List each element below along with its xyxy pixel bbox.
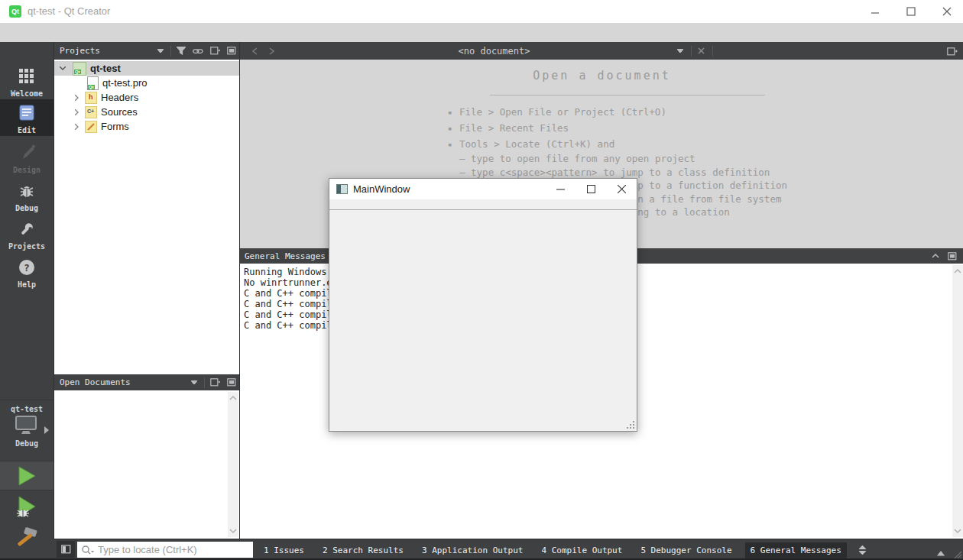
tab-search-results[interactable]: 2 Search Results: [317, 542, 409, 558]
open-documents-panel-header: Open Documents: [54, 374, 240, 390]
maximize-button[interactable]: [893, 0, 929, 23]
tree-row-headers[interactable]: h Headers: [54, 90, 240, 105]
pro-file-icon: Qt: [87, 76, 99, 90]
sidebar-item-design: Design: [0, 139, 54, 176]
mode-sidebar: Welcome Edit Design: [0, 42, 54, 560]
close-panel-icon[interactable]: [223, 42, 240, 60]
hammer-icon: [14, 527, 40, 555]
chevron-down-icon[interactable]: [59, 66, 66, 70]
document-selector[interactable]: <no document>: [309, 42, 679, 60]
edit-document-icon: [18, 104, 36, 122]
kit-selector[interactable]: qt-test Debug: [0, 400, 54, 461]
forward-icon[interactable]: [263, 42, 280, 60]
close-panel-icon[interactable]: [223, 374, 240, 390]
project-folder-icon: Qt: [73, 62, 86, 76]
dialog-titlebar[interactable]: MainWindow: [329, 179, 637, 199]
maximize-pane-icon[interactable]: [927, 248, 944, 264]
panel-chooser-caret-icon[interactable]: [186, 374, 203, 390]
scroll-down-icon[interactable]: [952, 528, 963, 534]
dialog-menubar: [329, 199, 637, 210]
tree-label: Sources: [101, 106, 138, 118]
sidebar-item-help[interactable]: ? Help: [0, 254, 54, 290]
chevron-right-icon[interactable]: [73, 124, 80, 130]
maximize-icon: [587, 185, 595, 193]
sidebar-item-projects[interactable]: Projects: [0, 215, 54, 252]
back-icon[interactable]: [246, 42, 263, 60]
tree-label: qt-test.pro: [102, 77, 148, 89]
sidebar-item-debug[interactable]: Debug: [0, 177, 54, 214]
tree-label: Forms: [101, 121, 129, 132]
tree-label: qt-test: [90, 63, 121, 74]
scrollbar[interactable]: [952, 265, 963, 537]
toggle-sidebar-button[interactable]: [57, 541, 75, 558]
divider: [170, 46, 171, 57]
minimize-icon: [556, 185, 565, 193]
qt-logo-icon: Qt: [9, 5, 21, 18]
projects-panel-header: Projects: [54, 42, 240, 60]
scroll-down-icon[interactable]: [228, 528, 238, 534]
projects-panel-title[interactable]: Projects: [54, 46, 100, 56]
wrench-icon: [18, 220, 36, 238]
pane-updown-icon[interactable]: [854, 539, 871, 560]
app-window-icon: [336, 184, 348, 194]
sidebar-item-edit[interactable]: Edit: [0, 99, 54, 136]
run-button[interactable]: [0, 461, 54, 490]
build-button[interactable]: [0, 523, 54, 558]
divider: [490, 95, 765, 95]
split-panel-icon[interactable]: [206, 374, 223, 390]
search-icon: [81, 545, 95, 555]
tab-compile-output[interactable]: 4 Compile Output: [536, 542, 627, 558]
filter-icon[interactable]: [173, 42, 190, 60]
help-circle-icon: ?: [18, 258, 36, 277]
sync-with-editor-icon[interactable]: [190, 42, 206, 60]
tree-row-sources[interactable]: C+ Sources: [54, 105, 240, 119]
tree-row-pro-file[interactable]: Qt qt-test.pro: [54, 76, 240, 90]
tab-issues[interactable]: 1 Issues: [258, 542, 310, 558]
sidebar-item-welcome[interactable]: Welcome: [0, 63, 54, 99]
headers-folder-icon: h: [85, 92, 97, 104]
tree-label: Headers: [101, 92, 138, 103]
chevron-right-icon[interactable]: [73, 95, 80, 101]
bug-icon: [18, 182, 36, 200]
close-pane-icon[interactable]: [944, 248, 961, 264]
kit-project-name: qt-test: [0, 405, 54, 413]
window-title: qt-test - Qt Creator: [28, 0, 110, 23]
run-play-icon: [17, 465, 37, 487]
sidebar-toggle-icon: [61, 545, 71, 554]
locator[interactable]: [77, 542, 253, 558]
dialog-minimize-button[interactable]: [545, 179, 576, 199]
left-panel: Projects Qt qt-test: [54, 42, 240, 539]
scroll-up-icon[interactable]: [228, 395, 238, 401]
pencil-icon: [18, 144, 36, 162]
expand-pane-icon[interactable]: [932, 542, 949, 560]
tab-general-messages[interactable]: 6 General Messages: [745, 542, 847, 558]
sources-folder-icon: C+: [85, 106, 97, 118]
output-pane-tabs: 1 Issues 2 Search Results 3 Application …: [258, 539, 871, 560]
dialog-close-button[interactable]: [606, 179, 637, 199]
svg-text:?: ?: [24, 262, 30, 274]
statusbar: 1 Issues 2 Search Results 3 Application …: [54, 539, 963, 560]
open-documents-title[interactable]: Open Documents: [54, 377, 131, 387]
scroll-up-icon[interactable]: [952, 268, 963, 274]
tree-row-project[interactable]: Qt qt-test: [54, 61, 240, 76]
dialog-title: MainWindow: [353, 183, 410, 195]
divider: [691, 46, 692, 57]
minimize-icon: [871, 7, 880, 16]
tab-debugger-console[interactable]: 5 Debugger Console: [635, 542, 737, 558]
tab-application-output[interactable]: 3 Application Output: [417, 542, 528, 558]
debug-run-button[interactable]: [0, 490, 54, 524]
minimize-button[interactable]: [858, 0, 893, 23]
dialog-maximize-button[interactable]: [576, 179, 606, 199]
chevron-right-icon[interactable]: [73, 109, 80, 115]
dialog-resize-grip[interactable]: [627, 421, 634, 429]
tree-row-forms[interactable]: Forms: [54, 119, 240, 134]
titlebar: Qt qt-test - Qt Creator: [0, 0, 963, 23]
grid-icon: [18, 67, 36, 86]
mainwindow-dialog[interactable]: MainWindow: [329, 178, 637, 432]
split-panel-icon[interactable]: [206, 42, 223, 60]
kit-popup-arrow-icon: [44, 426, 49, 434]
scrollbar[interactable]: [228, 392, 238, 537]
debug-play-icon: [15, 495, 38, 520]
panel-chooser-caret-icon[interactable]: [152, 42, 169, 60]
locate-input[interactable]: [96, 543, 253, 556]
